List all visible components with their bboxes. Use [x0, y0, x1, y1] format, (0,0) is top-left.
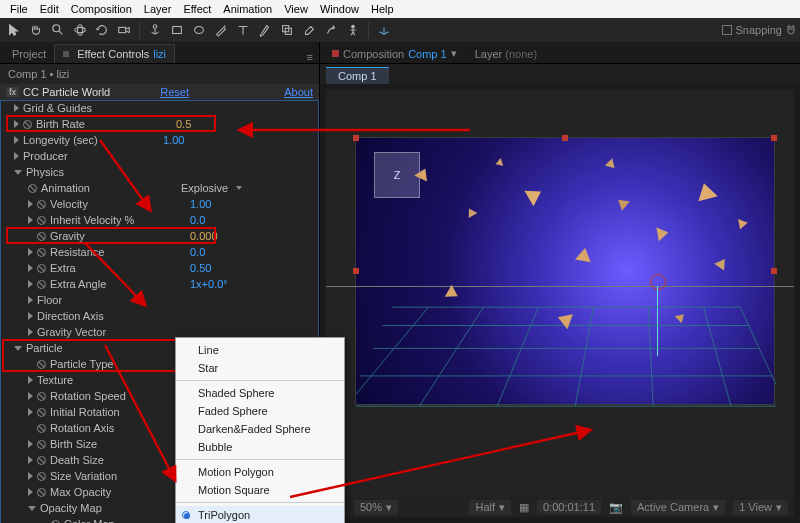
resistance-value[interactable]: 0.0	[190, 246, 205, 258]
hand-tool-icon[interactable]	[26, 20, 46, 40]
layer-tab[interactable]: Layer (none)	[469, 45, 543, 63]
menu-edit[interactable]: Edit	[34, 3, 65, 15]
resolution-dropdown[interactable]: Half ▾	[469, 500, 511, 515]
prop-direction-axis[interactable]: Direction Axis	[0, 308, 319, 324]
reset-link[interactable]: Reset	[160, 86, 189, 98]
layer-thumbnail[interactable]: Z	[374, 152, 420, 198]
stopwatch-icon[interactable]	[28, 184, 37, 193]
composition-tab[interactable]: Composition Comp 1 ▾	[326, 44, 463, 63]
menu-composition[interactable]: Composition	[65, 3, 138, 15]
effect-name[interactable]: CC Particle World	[23, 86, 110, 98]
stopwatch-icon[interactable]	[37, 456, 46, 465]
camera-tool-icon[interactable]	[114, 20, 134, 40]
stopwatch-icon[interactable]	[37, 232, 46, 241]
text-tool-icon[interactable]	[233, 20, 253, 40]
rotate-tool-icon[interactable]	[92, 20, 112, 40]
prop-grid-guides[interactable]: Grid & Guides	[0, 100, 319, 116]
stopwatch-icon[interactable]	[23, 120, 32, 129]
menu-item[interactable]: Darken&Faded Sphere	[176, 420, 344, 438]
zoom-tool-icon[interactable]	[48, 20, 68, 40]
menu-file[interactable]: File	[4, 3, 34, 15]
panel-menu-icon[interactable]: ≡	[301, 51, 319, 63]
menu-help[interactable]: Help	[365, 3, 400, 15]
menu-view[interactable]: View	[278, 3, 314, 15]
inherit-velocity-value[interactable]: 0.0	[190, 214, 205, 226]
pen-tool-icon[interactable]	[211, 20, 231, 40]
prop-longevity[interactable]: Longevity (sec)1.00	[0, 132, 319, 148]
stopwatch-icon[interactable]	[37, 248, 46, 257]
ellipse-tool-icon[interactable]	[189, 20, 209, 40]
stopwatch-icon[interactable]	[37, 280, 46, 289]
prop-resistance[interactable]: Resistance0.0	[0, 244, 319, 260]
menu-layer[interactable]: Layer	[138, 3, 178, 15]
selection-tool-icon[interactable]	[4, 20, 24, 40]
stopwatch-icon[interactable]	[37, 472, 46, 481]
menu-item[interactable]: Star	[176, 359, 344, 377]
views-dropdown[interactable]: 1 View ▾	[733, 500, 788, 515]
menu-effect[interactable]: Effect	[177, 3, 217, 15]
stopwatch-icon[interactable]	[37, 360, 46, 369]
stopwatch-icon[interactable]	[37, 200, 46, 209]
prop-gravity[interactable]: Gravity0.000	[0, 228, 319, 244]
roto-tool-icon[interactable]	[321, 20, 341, 40]
orbit-tool-icon[interactable]	[70, 20, 90, 40]
prop-physics[interactable]: Physics	[0, 164, 319, 180]
menu-item[interactable]: Line	[176, 341, 344, 359]
extra-value[interactable]: 0.50	[190, 262, 211, 274]
birth-rate-value[interactable]: 0.5	[176, 118, 191, 130]
prop-extra[interactable]: Extra0.50	[0, 260, 319, 276]
composition-canvas[interactable]: Z	[356, 138, 774, 404]
prop-producer[interactable]: Producer	[0, 148, 319, 164]
rect-tool-icon[interactable]	[167, 20, 187, 40]
snapping-toggle[interactable]: Snapping	[722, 24, 797, 36]
prop-inherit-velocity[interactable]: Inherit Velocity %0.0	[0, 212, 319, 228]
world-origin-gizmo[interactable]	[646, 270, 670, 294]
tab-indicator-icon	[63, 51, 69, 57]
stopwatch-icon[interactable]	[37, 392, 46, 401]
clone-tool-icon[interactable]	[277, 20, 297, 40]
menu-item[interactable]: Shaded Sphere	[176, 384, 344, 402]
current-time[interactable]: 0:00:01:11	[537, 500, 601, 514]
stopwatch-icon[interactable]	[37, 408, 46, 417]
menu-window[interactable]: Window	[314, 3, 365, 15]
prop-birth-rate[interactable]: Birth Rate0.5	[0, 116, 319, 132]
effect-controls-tab[interactable]: Effect Controls lizi	[54, 44, 175, 63]
open-comps-bar: Comp 1	[320, 64, 800, 84]
prop-extra-angle[interactable]: Extra Angle1x+0.0°	[0, 276, 319, 292]
eraser-tool-icon[interactable]	[299, 20, 319, 40]
stopwatch-icon[interactable]	[37, 216, 46, 225]
longevity-value[interactable]: 1.00	[163, 134, 184, 146]
camera-dropdown[interactable]: Active Camera ▾	[631, 500, 725, 515]
menu-item[interactable]: Motion Square	[176, 481, 344, 499]
local-axis-icon[interactable]	[374, 20, 394, 40]
snapshot-icon[interactable]: 📷	[609, 501, 623, 514]
project-tab[interactable]: Project	[4, 44, 54, 63]
brush-tool-icon[interactable]	[255, 20, 275, 40]
prop-animation[interactable]: AnimationExplosive	[0, 180, 319, 196]
zoom-dropdown[interactable]: 50% ▾	[354, 500, 398, 515]
menu-item[interactable]: Motion Polygon	[176, 463, 344, 481]
prop-floor[interactable]: Floor	[0, 292, 319, 308]
anchor-tool-icon[interactable]	[145, 20, 165, 40]
open-comp-tab[interactable]: Comp 1	[326, 67, 389, 84]
fx-badge-icon[interactable]: fx	[6, 87, 19, 97]
menu-item[interactable]: Bubble	[176, 438, 344, 456]
gravity-value[interactable]: 0.000	[190, 230, 218, 242]
menu-item[interactable]: Faded Sphere	[176, 402, 344, 420]
velocity-value[interactable]: 1.00	[190, 198, 211, 210]
extra-angle-value[interactable]: 1x+0.0°	[190, 278, 228, 290]
stopwatch-icon[interactable]	[37, 440, 46, 449]
animation-value[interactable]: Explosive	[181, 182, 228, 194]
stopwatch-icon[interactable]	[37, 424, 46, 433]
puppet-tool-icon[interactable]	[343, 20, 363, 40]
grid-toggle-icon[interactable]: ▦	[519, 501, 529, 514]
menu-animation[interactable]: Animation	[217, 3, 278, 15]
stopwatch-icon[interactable]	[37, 488, 46, 497]
stopwatch-icon[interactable]	[51, 520, 60, 524]
stopwatch-icon[interactable]	[37, 264, 46, 273]
particle-type-dropdown[interactable]: Line Star Shaded Sphere Faded Sphere Dar…	[175, 337, 345, 523]
about-link[interactable]: About	[284, 86, 313, 98]
prop-velocity[interactable]: Velocity1.00	[0, 196, 319, 212]
menu-item-selected[interactable]: TriPolygon	[176, 506, 344, 523]
viewport[interactable]: Z	[326, 90, 794, 517]
